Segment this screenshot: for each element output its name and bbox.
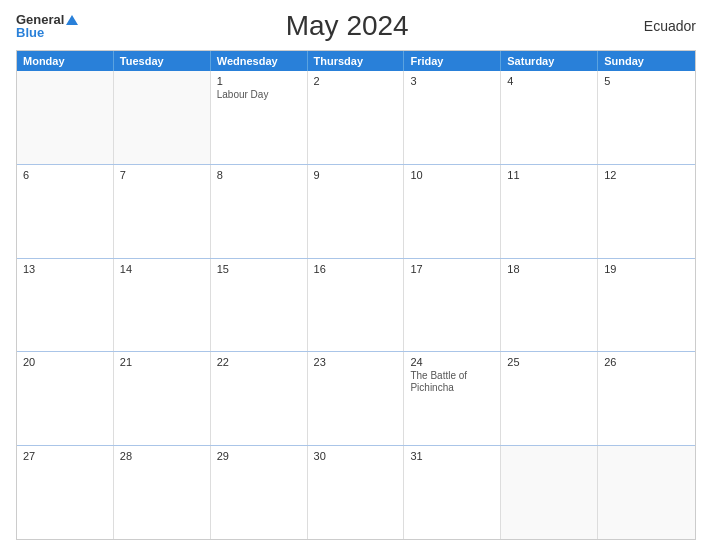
day-number: 20	[23, 356, 107, 368]
cal-week-2: 6789101112	[17, 165, 695, 259]
day-number: 16	[314, 263, 398, 275]
day-number: 25	[507, 356, 591, 368]
header-friday: Friday	[404, 51, 501, 71]
header: General Blue May 2024 Ecuador	[16, 10, 696, 42]
day-number: 14	[120, 263, 204, 275]
cal-cell: 26	[598, 352, 695, 445]
cal-cell	[598, 446, 695, 539]
logo: General Blue	[16, 13, 78, 39]
day-number: 7	[120, 169, 204, 181]
cal-cell: 13	[17, 259, 114, 352]
day-number: 21	[120, 356, 204, 368]
day-number: 31	[410, 450, 494, 462]
cal-cell: 30	[308, 446, 405, 539]
cal-cell: 12	[598, 165, 695, 258]
cal-week-4: 2021222324The Battle of Pichincha2526	[17, 352, 695, 446]
day-number: 4	[507, 75, 591, 87]
cal-cell: 14	[114, 259, 211, 352]
header-tuesday: Tuesday	[114, 51, 211, 71]
day-number: 19	[604, 263, 689, 275]
cal-cell: 24The Battle of Pichincha	[404, 352, 501, 445]
day-number: 26	[604, 356, 689, 368]
cal-cell: 18	[501, 259, 598, 352]
day-number: 10	[410, 169, 494, 181]
day-number: 1	[217, 75, 301, 87]
cal-cell: 4	[501, 71, 598, 164]
cal-cell: 10	[404, 165, 501, 258]
logo-blue-text: Blue	[16, 26, 78, 39]
day-number: 6	[23, 169, 107, 181]
cal-week-3: 13141516171819	[17, 259, 695, 353]
day-number: 13	[23, 263, 107, 275]
header-wednesday: Wednesday	[211, 51, 308, 71]
cal-cell: 1Labour Day	[211, 71, 308, 164]
cal-cell	[501, 446, 598, 539]
country-label: Ecuador	[616, 18, 696, 34]
page: General Blue May 2024 Ecuador Monday Tue…	[0, 0, 712, 550]
day-number: 12	[604, 169, 689, 181]
cal-cell: 17	[404, 259, 501, 352]
cal-cell: 22	[211, 352, 308, 445]
calendar: Monday Tuesday Wednesday Thursday Friday…	[16, 50, 696, 540]
logo-triangle-icon	[66, 15, 78, 25]
calendar-body: 1Labour Day23456789101112131415161718192…	[17, 71, 695, 539]
day-number: 5	[604, 75, 689, 87]
day-number: 17	[410, 263, 494, 275]
cal-cell: 25	[501, 352, 598, 445]
day-number: 18	[507, 263, 591, 275]
cal-cell: 20	[17, 352, 114, 445]
cal-cell: 2	[308, 71, 405, 164]
cal-cell: 29	[211, 446, 308, 539]
cal-cell: 15	[211, 259, 308, 352]
cal-cell: 21	[114, 352, 211, 445]
day-number: 28	[120, 450, 204, 462]
cal-cell: 3	[404, 71, 501, 164]
cal-event: Labour Day	[217, 89, 301, 101]
cal-cell	[114, 71, 211, 164]
cal-cell: 5	[598, 71, 695, 164]
day-number: 9	[314, 169, 398, 181]
cal-event: The Battle of Pichincha	[410, 370, 494, 394]
cal-cell: 6	[17, 165, 114, 258]
calendar-title: May 2024	[78, 10, 616, 42]
header-thursday: Thursday	[308, 51, 405, 71]
cal-cell: 8	[211, 165, 308, 258]
cal-cell: 11	[501, 165, 598, 258]
calendar-header: Monday Tuesday Wednesday Thursday Friday…	[17, 51, 695, 71]
cal-cell: 31	[404, 446, 501, 539]
cal-cell: 28	[114, 446, 211, 539]
cal-cell: 27	[17, 446, 114, 539]
cal-week-5: 2728293031	[17, 446, 695, 539]
day-number: 8	[217, 169, 301, 181]
cal-cell: 9	[308, 165, 405, 258]
header-monday: Monday	[17, 51, 114, 71]
cal-cell: 16	[308, 259, 405, 352]
day-number: 29	[217, 450, 301, 462]
day-number: 23	[314, 356, 398, 368]
day-number: 30	[314, 450, 398, 462]
header-sunday: Sunday	[598, 51, 695, 71]
day-number: 2	[314, 75, 398, 87]
day-number: 27	[23, 450, 107, 462]
day-number: 24	[410, 356, 494, 368]
cal-cell	[17, 71, 114, 164]
header-saturday: Saturday	[501, 51, 598, 71]
cal-cell: 23	[308, 352, 405, 445]
day-number: 15	[217, 263, 301, 275]
cal-week-1: 1Labour Day2345	[17, 71, 695, 165]
day-number: 22	[217, 356, 301, 368]
day-number: 3	[410, 75, 494, 87]
cal-cell: 7	[114, 165, 211, 258]
cal-cell: 19	[598, 259, 695, 352]
day-number: 11	[507, 169, 591, 181]
